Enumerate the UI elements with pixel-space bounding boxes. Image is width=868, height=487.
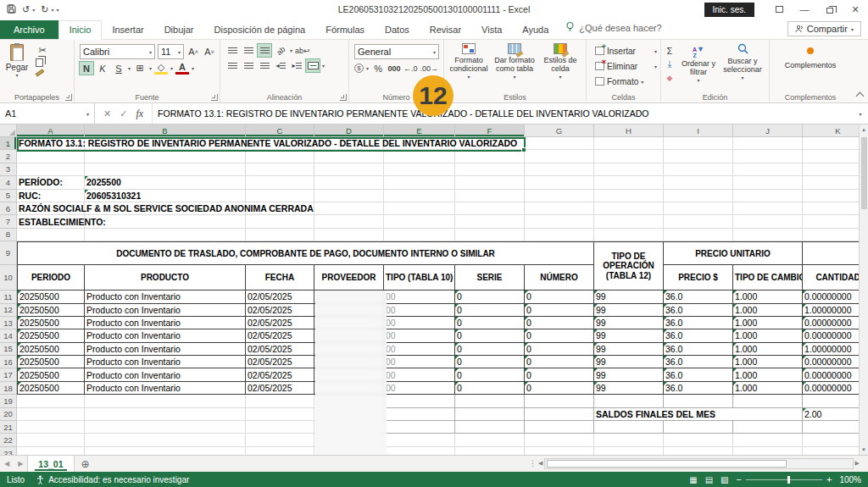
decrease-decimal-icon[interactable]: .00→ — [420, 62, 439, 75]
number-dialog-launcher[interactable] — [435, 94, 442, 101]
cell-A8[interactable] — [17, 229, 85, 241]
cell-I4[interactable] — [664, 176, 733, 189]
cell-F20[interactable] — [455, 408, 525, 421]
cell-C11[interactable]: 02/05/2025 — [246, 291, 314, 303]
cell-B17[interactable]: Producto con Inventario — [85, 368, 246, 381]
row-header-22[interactable]: 22 — [0, 434, 17, 446]
cell-G5[interactable] — [525, 190, 594, 202]
cell-F10[interactable]: SERIE — [455, 265, 525, 291]
accessibility-status[interactable]: Accesibilidad: es necesario investigar — [36, 475, 189, 484]
cell-H18[interactable]: 99 — [594, 382, 664, 395]
cell-F5[interactable] — [455, 190, 525, 202]
alignment-dialog-launcher[interactable] — [340, 94, 347, 101]
bold-button[interactable]: N — [80, 62, 93, 75]
cell-F18[interactable]: 0 — [455, 382, 525, 395]
cell-G20[interactable] — [525, 408, 594, 421]
font-color-icon[interactable]: A — [175, 62, 189, 75]
tab-dibujar[interactable]: Dibujar — [154, 21, 204, 39]
cell-B4[interactable]: 2025500 — [85, 176, 246, 189]
redo-dropdown-icon[interactable]: ▾ — [51, 7, 53, 13]
column-header-E[interactable]: E — [384, 125, 455, 137]
cell-D8[interactable] — [314, 229, 384, 241]
cell-C2[interactable] — [246, 150, 314, 163]
cell-E17[interactable]: 00 — [384, 368, 455, 381]
row-header-15[interactable]: 15 — [0, 343, 17, 356]
cell-C23[interactable] — [246, 447, 314, 455]
row-header-7[interactable]: 7 — [0, 215, 17, 228]
cell-E10[interactable]: TIPO (TABLA 10) — [384, 265, 455, 291]
cell-H6[interactable] — [594, 202, 664, 215]
cell-A20[interactable] — [17, 408, 85, 421]
tab-revisar[interactable]: Revisar — [420, 21, 471, 39]
cell-J2[interactable] — [733, 150, 803, 163]
cell-A11[interactable]: 20250500 — [17, 291, 85, 303]
cell-B13[interactable]: Producto con Inventario — [85, 317, 246, 329]
cell-C18[interactable]: 02/05/2025 — [246, 382, 314, 395]
cell-F7[interactable] — [455, 215, 525, 228]
cell-E4[interactable] — [384, 176, 455, 189]
cell-H9[interactable]: TIPO DE OPERACIÓN (TABLA 12) — [594, 241, 664, 291]
cell-J15[interactable]: 1.000 — [733, 343, 803, 356]
cell-A6[interactable]: RAZÓN SOCIAL: — [17, 202, 85, 215]
cell-H16[interactable]: 99 — [594, 356, 664, 368]
cell-A7[interactable]: ESTABLECIMIENTO: — [17, 215, 85, 228]
cell-J21[interactable] — [733, 421, 803, 434]
orientation-icon[interactable]: ab — [271, 42, 290, 60]
cell-D18[interactable] — [314, 382, 384, 395]
cell-I9[interactable]: PRECIO UNITARIO — [664, 241, 803, 265]
column-header-G[interactable]: G — [525, 125, 594, 137]
cell-H12[interactable]: 99 — [594, 304, 664, 317]
cell-E20[interactable] — [384, 408, 455, 421]
cell-I7[interactable] — [664, 215, 733, 228]
cell-D22[interactable] — [314, 434, 384, 446]
page-break-view-icon[interactable]: ▧ — [721, 475, 728, 484]
cell-J19[interactable] — [733, 395, 803, 407]
sheet-nav-prev-icon[interactable]: ◀ — [0, 456, 14, 472]
insert-function-icon[interactable]: fx — [136, 108, 143, 120]
save-icon[interactable] — [7, 4, 16, 15]
cell-A19[interactable] — [17, 395, 85, 407]
format-painter-icon[interactable] — [36, 69, 44, 76]
row-header-23[interactable]: 23 — [0, 447, 17, 455]
cell-I22[interactable] — [664, 434, 733, 446]
row-header-8[interactable]: 8 — [0, 229, 17, 241]
cell-I12[interactable]: 36.0 — [664, 304, 733, 317]
cell-D7[interactable] — [314, 215, 384, 228]
cell-F16[interactable]: 0 — [455, 356, 525, 368]
vertical-scroll-thumb[interactable] — [861, 137, 867, 209]
addins-button[interactable]: Complementos — [771, 42, 849, 69]
cell-G1[interactable] — [525, 137, 594, 150]
cell-F4[interactable] — [455, 176, 525, 189]
cell-G22[interactable] — [525, 434, 594, 446]
cell-F14[interactable]: 0 — [455, 329, 525, 342]
cell-E18[interactable]: 00 — [384, 382, 455, 395]
increase-decimal-icon[interactable]: ←.0 — [403, 62, 418, 75]
cell-A17[interactable]: 20250500 — [17, 368, 85, 381]
cell-G13[interactable]: 0 — [525, 317, 594, 329]
zoom-slider[interactable] — [746, 479, 822, 480]
tell-me-search[interactable]: ¿Qué desea hacer? — [565, 21, 661, 39]
cell-D2[interactable] — [314, 150, 384, 163]
cell-G23[interactable] — [525, 447, 594, 455]
cell-B18[interactable]: Producto con Inventario — [85, 382, 246, 395]
cell-G12[interactable]: 0 — [525, 304, 594, 317]
row-header-4[interactable]: 4 — [0, 176, 17, 189]
cell-E14[interactable]: 00 — [384, 329, 455, 342]
cell-I21[interactable] — [664, 421, 733, 434]
cell-H21[interactable] — [594, 421, 664, 434]
cell-D6[interactable] — [314, 202, 384, 215]
cell-G7[interactable] — [525, 215, 594, 228]
wrap-text-icon[interactable]: ab↩ — [295, 44, 310, 57]
cell-E19[interactable] — [384, 395, 455, 407]
cell-G6[interactable] — [525, 202, 594, 215]
cell-D17[interactable] — [314, 368, 384, 381]
decrease-font-icon[interactable]: A˅ — [203, 46, 216, 58]
align-bottom-icon[interactable] — [258, 44, 271, 57]
zoom-level[interactable]: 100% — [839, 475, 861, 484]
cell-G19[interactable] — [525, 395, 594, 407]
sheet-nav-next-icon[interactable]: ▶ — [14, 456, 27, 472]
cell-E22[interactable] — [384, 434, 455, 446]
normal-view-icon[interactable]: ▦ — [689, 475, 697, 484]
row-header-1[interactable]: 1 — [0, 137, 17, 150]
merge-center-icon[interactable] — [306, 59, 320, 72]
